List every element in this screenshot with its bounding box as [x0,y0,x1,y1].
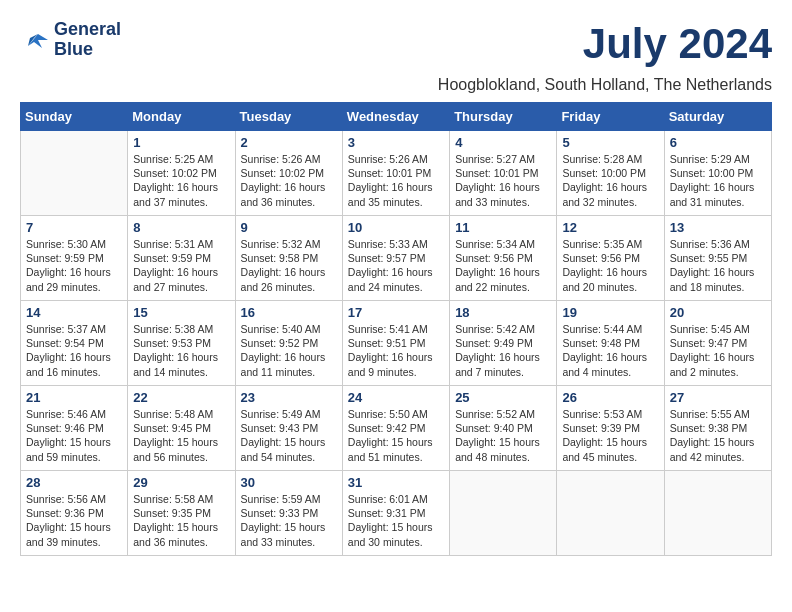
calendar-cell: 19Sunrise: 5:44 AMSunset: 9:48 PMDayligh… [557,301,664,386]
calendar-cell: 14Sunrise: 5:37 AMSunset: 9:54 PMDayligh… [21,301,128,386]
calendar-cell: 22Sunrise: 5:48 AMSunset: 9:45 PMDayligh… [128,386,235,471]
calendar-cell: 23Sunrise: 5:49 AMSunset: 9:43 PMDayligh… [235,386,342,471]
day-number: 10 [348,220,444,235]
day-number: 26 [562,390,658,405]
day-info: Sunrise: 5:36 AMSunset: 9:55 PMDaylight:… [670,237,766,294]
logo-icon [20,26,50,54]
day-number: 11 [455,220,551,235]
day-number: 17 [348,305,444,320]
calendar-cell: 28Sunrise: 5:56 AMSunset: 9:36 PMDayligh… [21,471,128,556]
calendar-cell [450,471,557,556]
calendar-cell: 10Sunrise: 5:33 AMSunset: 9:57 PMDayligh… [342,216,449,301]
day-number: 16 [241,305,337,320]
calendar-cell [21,131,128,216]
week-row-4: 21Sunrise: 5:46 AMSunset: 9:46 PMDayligh… [21,386,772,471]
logo: General Blue [20,20,121,60]
calendar-cell: 4Sunrise: 5:27 AMSunset: 10:01 PMDayligh… [450,131,557,216]
day-number: 30 [241,475,337,490]
day-info: Sunrise: 5:31 AMSunset: 9:59 PMDaylight:… [133,237,229,294]
day-info: Sunrise: 5:45 AMSunset: 9:47 PMDaylight:… [670,322,766,379]
weekday-header-sunday: Sunday [21,103,128,131]
calendar-cell: 8Sunrise: 5:31 AMSunset: 9:59 PMDaylight… [128,216,235,301]
day-info: Sunrise: 5:44 AMSunset: 9:48 PMDaylight:… [562,322,658,379]
calendar-cell [557,471,664,556]
weekday-header-row: SundayMondayTuesdayWednesdayThursdayFrid… [21,103,772,131]
day-number: 23 [241,390,337,405]
calendar-cell: 7Sunrise: 5:30 AMSunset: 9:59 PMDaylight… [21,216,128,301]
day-number: 6 [670,135,766,150]
day-info: Sunrise: 5:37 AMSunset: 9:54 PMDaylight:… [26,322,122,379]
calendar-cell: 9Sunrise: 5:32 AMSunset: 9:58 PMDaylight… [235,216,342,301]
day-info: Sunrise: 5:40 AMSunset: 9:52 PMDaylight:… [241,322,337,379]
day-number: 2 [241,135,337,150]
weekday-header-friday: Friday [557,103,664,131]
day-number: 15 [133,305,229,320]
day-info: Sunrise: 6:01 AMSunset: 9:31 PMDaylight:… [348,492,444,549]
calendar-cell: 20Sunrise: 5:45 AMSunset: 9:47 PMDayligh… [664,301,771,386]
calendar-cell: 2Sunrise: 5:26 AMSunset: 10:02 PMDayligh… [235,131,342,216]
day-number: 8 [133,220,229,235]
calendar-cell: 21Sunrise: 5:46 AMSunset: 9:46 PMDayligh… [21,386,128,471]
day-info: Sunrise: 5:50 AMSunset: 9:42 PMDaylight:… [348,407,444,464]
day-info: Sunrise: 5:52 AMSunset: 9:40 PMDaylight:… [455,407,551,464]
calendar-cell: 30Sunrise: 5:59 AMSunset: 9:33 PMDayligh… [235,471,342,556]
day-info: Sunrise: 5:34 AMSunset: 9:56 PMDaylight:… [455,237,551,294]
day-info: Sunrise: 5:48 AMSunset: 9:45 PMDaylight:… [133,407,229,464]
calendar-cell: 3Sunrise: 5:26 AMSunset: 10:01 PMDayligh… [342,131,449,216]
week-row-2: 7Sunrise: 5:30 AMSunset: 9:59 PMDaylight… [21,216,772,301]
day-number: 13 [670,220,766,235]
calendar-cell: 11Sunrise: 5:34 AMSunset: 9:56 PMDayligh… [450,216,557,301]
weekday-header-monday: Monday [128,103,235,131]
day-number: 27 [670,390,766,405]
day-info: Sunrise: 5:35 AMSunset: 9:56 PMDaylight:… [562,237,658,294]
day-info: Sunrise: 5:41 AMSunset: 9:51 PMDaylight:… [348,322,444,379]
day-number: 28 [26,475,122,490]
week-row-3: 14Sunrise: 5:37 AMSunset: 9:54 PMDayligh… [21,301,772,386]
calendar-table: SundayMondayTuesdayWednesdayThursdayFrid… [20,102,772,556]
day-info: Sunrise: 5:53 AMSunset: 9:39 PMDaylight:… [562,407,658,464]
day-number: 19 [562,305,658,320]
calendar-cell: 15Sunrise: 5:38 AMSunset: 9:53 PMDayligh… [128,301,235,386]
calendar-cell: 17Sunrise: 5:41 AMSunset: 9:51 PMDayligh… [342,301,449,386]
calendar-cell [664,471,771,556]
calendar-cell: 29Sunrise: 5:58 AMSunset: 9:35 PMDayligh… [128,471,235,556]
calendar-cell: 26Sunrise: 5:53 AMSunset: 9:39 PMDayligh… [557,386,664,471]
day-number: 25 [455,390,551,405]
day-info: Sunrise: 5:38 AMSunset: 9:53 PMDaylight:… [133,322,229,379]
day-info: Sunrise: 5:55 AMSunset: 9:38 PMDaylight:… [670,407,766,464]
day-info: Sunrise: 5:26 AMSunset: 10:02 PMDaylight… [241,152,337,209]
day-info: Sunrise: 5:49 AMSunset: 9:43 PMDaylight:… [241,407,337,464]
day-number: 14 [26,305,122,320]
day-info: Sunrise: 5:56 AMSunset: 9:36 PMDaylight:… [26,492,122,549]
day-number: 20 [670,305,766,320]
weekday-header-wednesday: Wednesday [342,103,449,131]
location-subtitle: Hoogblokland, South Holland, The Netherl… [20,76,772,94]
calendar-cell: 1Sunrise: 5:25 AMSunset: 10:02 PMDayligh… [128,131,235,216]
logo-text-line2: Blue [54,40,121,60]
calendar-cell: 5Sunrise: 5:28 AMSunset: 10:00 PMDayligh… [557,131,664,216]
weekday-header-saturday: Saturday [664,103,771,131]
calendar-cell: 13Sunrise: 5:36 AMSunset: 9:55 PMDayligh… [664,216,771,301]
page-header: General Blue July 2024 [20,20,772,68]
day-number: 4 [455,135,551,150]
day-number: 7 [26,220,122,235]
calendar-cell: 31Sunrise: 6:01 AMSunset: 9:31 PMDayligh… [342,471,449,556]
day-number: 31 [348,475,444,490]
day-number: 29 [133,475,229,490]
calendar-cell: 18Sunrise: 5:42 AMSunset: 9:49 PMDayligh… [450,301,557,386]
day-number: 22 [133,390,229,405]
day-info: Sunrise: 5:32 AMSunset: 9:58 PMDaylight:… [241,237,337,294]
day-info: Sunrise: 5:28 AMSunset: 10:00 PMDaylight… [562,152,658,209]
weekday-header-thursday: Thursday [450,103,557,131]
day-info: Sunrise: 5:27 AMSunset: 10:01 PMDaylight… [455,152,551,209]
day-info: Sunrise: 5:58 AMSunset: 9:35 PMDaylight:… [133,492,229,549]
weekday-header-tuesday: Tuesday [235,103,342,131]
week-row-1: 1Sunrise: 5:25 AMSunset: 10:02 PMDayligh… [21,131,772,216]
calendar-cell: 6Sunrise: 5:29 AMSunset: 10:00 PMDayligh… [664,131,771,216]
day-number: 18 [455,305,551,320]
calendar-cell: 24Sunrise: 5:50 AMSunset: 9:42 PMDayligh… [342,386,449,471]
day-info: Sunrise: 5:33 AMSunset: 9:57 PMDaylight:… [348,237,444,294]
month-year-title: July 2024 [583,20,772,68]
day-info: Sunrise: 5:59 AMSunset: 9:33 PMDaylight:… [241,492,337,549]
calendar-cell: 12Sunrise: 5:35 AMSunset: 9:56 PMDayligh… [557,216,664,301]
